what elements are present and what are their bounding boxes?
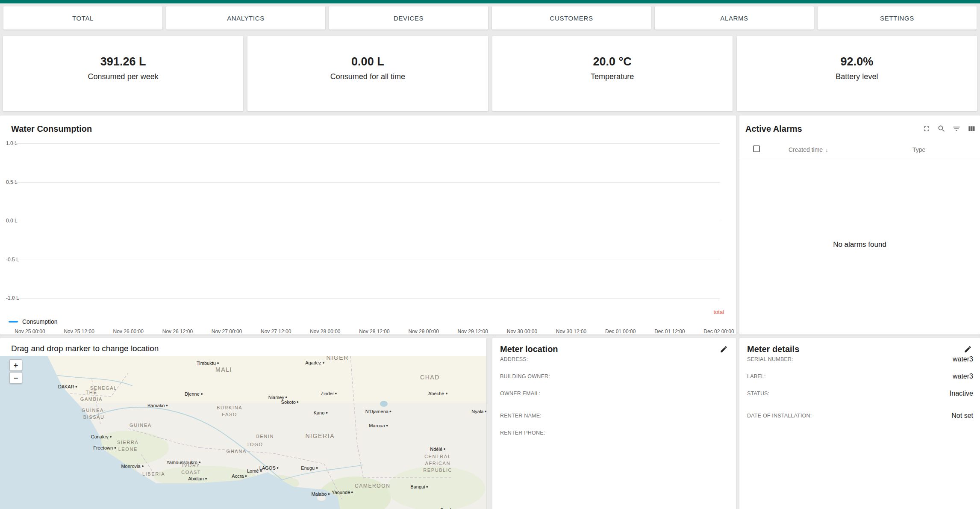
dashboard-state-tabs: TOTAL ANALYTICS DEVICES CUSTOMERS ALARMS… [3, 6, 977, 30]
city-dot-icon [297, 401, 299, 403]
field-row: RENTER PHONE: [500, 424, 729, 441]
map-viewport[interactable]: NIGER MALI CHAD SENEGAL THE GAMBIA GUINE… [0, 356, 486, 509]
city-dot-icon [326, 412, 327, 414]
field-value: Inactive [950, 390, 973, 397]
city-label: N'Djamena [365, 409, 391, 414]
field-label: ADDRESS: [500, 356, 528, 362]
dashboard-tab[interactable]: ANALYTICS [166, 6, 325, 30]
city-label: Monrovia [121, 464, 143, 469]
city-label: Nyala [471, 409, 486, 414]
city-name: Monrovia [121, 464, 140, 469]
field-row: DATE OF INSTALLATION: Not set [747, 407, 973, 424]
city-name: Bumba [441, 507, 456, 509]
city-name: Niamey [268, 395, 284, 400]
city-label: Ndélé [430, 447, 445, 452]
stat-label: Consumed for all time [330, 72, 405, 81]
field-row: RENTER NAME: [500, 407, 729, 424]
field-row: SERIAL NUMBER: water3 [747, 351, 973, 368]
city-name: Abidjan [188, 476, 204, 481]
field-value: water3 [953, 373, 973, 380]
city-dot-icon [328, 493, 330, 495]
city-dot-icon [444, 448, 445, 450]
select-all-checkbox[interactable] [753, 145, 760, 152]
water-consumption-card: Water Consumption 1.0 L0.5 L0.0 L-0.5 L-… [0, 115, 736, 334]
field-value: Not set [951, 412, 973, 420]
active-alarms-card: Active Alarms Created time↓ Type No alar… [739, 115, 980, 334]
dashboard-tab[interactable]: CUSTOMERS [492, 6, 651, 30]
filter-icon[interactable] [952, 124, 962, 133]
chart-legend[interactable]: Consumption [9, 318, 58, 325]
chart-gridline [13, 298, 720, 299]
city-label: Bumba [441, 507, 459, 509]
field-row: STATUS: Inactive [747, 385, 973, 402]
country-label: NIGERIA [305, 432, 335, 440]
dashboard-tab[interactable]: ALARMS [655, 6, 814, 30]
city-label: Sokoto [281, 400, 299, 405]
city-name: Lomé [247, 468, 259, 473]
city-label: Djenne [185, 391, 203, 397]
city-label: Yamoussoukro [166, 460, 200, 465]
column-created-time[interactable]: Created time↓ [789, 146, 828, 153]
city-label: Abéché [428, 391, 447, 396]
x-axis-label: Nov 27 00:00 [212, 328, 242, 334]
x-axis-label: Dec 01 12:00 [654, 328, 685, 334]
stat-value: 0.00 L [351, 55, 384, 68]
country-label: BURKINA FASO [217, 405, 242, 418]
city-name: LAGOS [259, 465, 276, 471]
city-label: Maroua [369, 423, 388, 428]
country-label: SIERRA LEONE [117, 439, 139, 453]
city-label: Niamey [268, 395, 287, 400]
field-label: RENTER NAME: [500, 413, 542, 419]
city-label: Bamako [147, 403, 168, 408]
stat-label: Temperature [591, 72, 634, 81]
x-axis-label: Nov 27 12:00 [261, 328, 291, 334]
column-type[interactable]: Type [912, 146, 925, 153]
city-label: Enugu [301, 465, 318, 471]
city-dot-icon [285, 397, 287, 398]
city-dot-icon [199, 462, 200, 463]
x-axis-label: Nov 25 12:00 [64, 328, 94, 334]
country-label: CAMEROON [355, 482, 390, 490]
dashboard-tab[interactable]: TOTAL [3, 6, 162, 30]
city-name: Agadez [305, 360, 321, 365]
x-axis-label: Nov 26 12:00 [162, 328, 193, 334]
city-dot-icon [335, 393, 337, 394]
dashboard-tab[interactable]: DEVICES [329, 6, 488, 30]
city-dot-icon [277, 467, 279, 469]
stat-card: 20.0 °C Temperature [492, 36, 733, 111]
city-label: Abidjan [188, 476, 207, 481]
x-axis-label: Nov 26 00:00 [113, 328, 144, 334]
fullscreen-icon[interactable] [922, 124, 932, 133]
field-row: LABEL: water3 [747, 368, 973, 385]
chart-plot-area[interactable] [13, 143, 720, 298]
stat-value: 391.26 L [100, 55, 146, 68]
field-value: water3 [953, 355, 973, 363]
dashboard-page: TOTAL ANALYTICS DEVICES CUSTOMERS ALARMS… [0, 0, 980, 509]
zoom-out-button[interactable]: − [9, 372, 22, 384]
city-name: Conakry [91, 434, 109, 439]
city-dot-icon [110, 436, 112, 438]
map-title: Drag and drop marker to change location [11, 344, 159, 353]
city-dot-icon [485, 411, 486, 412]
city-dot-icon [142, 465, 144, 467]
legend-line-icon [9, 321, 18, 323]
stat-cards-row: 391.26 L Consumed per week 0.00 L Consum… [3, 36, 977, 111]
city-name: Bamako [147, 403, 165, 408]
country-label: CHAD [420, 373, 440, 382]
field-label: RENTER PHONE: [500, 430, 545, 436]
city-name: Djenne [185, 391, 200, 397]
x-axis-label: Nov 29 00:00 [408, 328, 438, 334]
total-series-label[interactable]: total [713, 309, 724, 315]
country-label: CENTRAL AFRICAN REPUBLIC [423, 453, 452, 474]
zoom-in-button[interactable]: + [9, 359, 22, 371]
map-zoom-control: + − [9, 359, 22, 384]
columns-icon[interactable] [967, 124, 977, 133]
search-icon[interactable] [937, 124, 947, 133]
no-alarms-message: No alarms found [739, 240, 980, 249]
city-name: Bangui [410, 484, 425, 489]
map-labels-layer: NIGER MALI CHAD SENEGAL THE GAMBIA GUINE… [0, 356, 486, 509]
chart-title: Water Consumption [11, 124, 92, 134]
city-dot-icon [390, 411, 391, 412]
stat-card: 391.26 L Consumed per week [3, 36, 243, 111]
dashboard-tab[interactable]: SETTINGS [818, 6, 977, 30]
